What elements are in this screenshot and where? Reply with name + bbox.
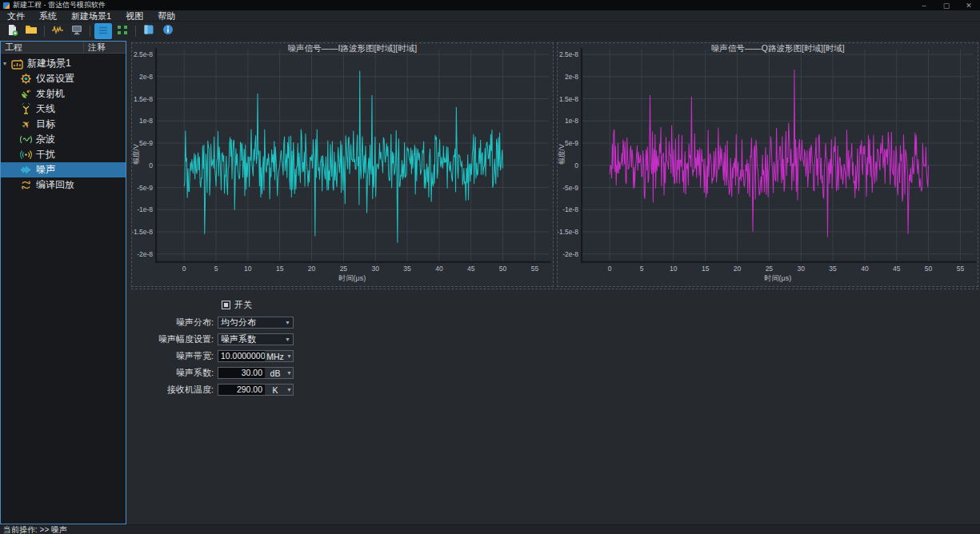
svg-text:2e-8: 2e-8 bbox=[565, 73, 578, 81]
svg-text:时间(μs): 时间(μs) bbox=[338, 274, 366, 282]
noise-figure-field[interactable]: 30.00 dB ▼ bbox=[218, 367, 294, 379]
column-comment[interactable]: 注释 bbox=[84, 42, 126, 53]
close-button[interactable]: ✕ bbox=[958, 2, 980, 10]
switch-checkbox[interactable] bbox=[222, 301, 230, 309]
maximize-button[interactable]: ▢ bbox=[935, 2, 958, 10]
tree-item-label: 杂波 bbox=[36, 133, 55, 146]
noise-bandwidth-label: 噪声带宽: bbox=[130, 350, 218, 362]
svg-text:1.5e-8: 1.5e-8 bbox=[134, 95, 153, 103]
selected-value: 噪声系数 bbox=[221, 334, 285, 345]
antenna-icon bbox=[19, 103, 32, 115]
info-icon bbox=[162, 24, 174, 38]
tree-item-clutter[interactable]: 杂波 bbox=[1, 132, 126, 147]
receiver-temperature-unit: K bbox=[265, 385, 286, 395]
tree-item-interference[interactable]: 干扰 bbox=[1, 147, 126, 162]
svg-text:5e-9: 5e-9 bbox=[139, 139, 153, 147]
clutter-icon bbox=[19, 134, 32, 145]
scene-icon bbox=[10, 58, 23, 70]
svg-text:20: 20 bbox=[308, 265, 316, 273]
receiver-temperature-field[interactable]: 290.00 K ▼ bbox=[218, 384, 294, 396]
noise-bandwidth-field[interactable]: 10.000000000 MHz ▼ bbox=[218, 350, 294, 362]
svg-text:40: 40 bbox=[861, 265, 869, 273]
new-project-button[interactable] bbox=[3, 23, 21, 39]
tree-item-antenna[interactable]: 天线 bbox=[1, 102, 126, 117]
device-button[interactable] bbox=[68, 23, 86, 39]
title-bar: 新建工程 - 雷达信号模拟软件 – ▢ ✕ bbox=[0, 0, 980, 10]
svg-text:50: 50 bbox=[924, 265, 932, 273]
svg-text:-1.5e-8: -1.5e-8 bbox=[132, 228, 153, 236]
noise-bandwidth-value[interactable]: 10.000000000 bbox=[218, 351, 265, 361]
noise-amplitude-setting-select[interactable]: 噪声系数 ▼ bbox=[218, 333, 294, 345]
tile-windows-button[interactable] bbox=[114, 23, 131, 39]
checkbox-fill bbox=[224, 303, 228, 307]
tree-item-target[interactable]: ✈ 目标 bbox=[1, 117, 126, 132]
toolbar-separator bbox=[44, 26, 45, 37]
switch-row: 开关 bbox=[218, 299, 980, 311]
menu-scene[interactable]: 新建场景1 bbox=[64, 10, 118, 22]
tree-item-transmitter[interactable]: 发射机 bbox=[1, 86, 126, 102]
app-window: 新建工程 - 雷达信号模拟软件 – ▢ ✕ 文件 系统 新建场景1 视图 帮助 bbox=[0, 0, 980, 534]
chevron-down-icon[interactable]: ▼ bbox=[286, 387, 293, 393]
app-icon bbox=[3, 2, 10, 9]
info-button[interactable] bbox=[159, 23, 177, 39]
layout-view-button[interactable] bbox=[94, 23, 112, 39]
waveform-view-button[interactable] bbox=[49, 23, 66, 39]
receiver-temperature-value[interactable]: 290.00 bbox=[218, 385, 265, 395]
svg-text:50: 50 bbox=[499, 265, 507, 273]
open-project-button[interactable] bbox=[22, 23, 40, 39]
svg-text:0: 0 bbox=[574, 161, 578, 169]
svg-text:-1e-8: -1e-8 bbox=[562, 205, 578, 213]
main-area: 2.5e-82e-81.5e-81e-85e-90-5e-9-1e-8-1.5e… bbox=[126, 41, 980, 524]
svg-text:35: 35 bbox=[829, 265, 837, 273]
svg-text:2.5e-8: 2.5e-8 bbox=[134, 50, 153, 58]
noise-figure-value[interactable]: 30.00 bbox=[218, 368, 265, 378]
menu-file[interactable]: 文件 bbox=[0, 10, 32, 22]
panel-view-button[interactable] bbox=[140, 23, 158, 39]
noise-figure-label: 噪声系数: bbox=[130, 367, 218, 379]
tree-item-label: 天线 bbox=[36, 102, 55, 116]
menu-bar: 文件 系统 新建场景1 视图 帮助 bbox=[0, 10, 980, 22]
monitor-icon bbox=[70, 24, 83, 38]
tree-item-label: 干扰 bbox=[36, 148, 55, 161]
q-channel-chart-panel: 2.5e-82e-81.5e-81e-85e-90-5e-9-1e-8-1.5e… bbox=[557, 42, 979, 287]
toolbar-separator bbox=[90, 26, 90, 37]
svg-text:-2e-8: -2e-8 bbox=[562, 250, 578, 258]
noise-distribution-row: 噪声分布: 均匀分布 ▼ bbox=[130, 317, 980, 329]
minimize-button[interactable]: – bbox=[913, 2, 935, 10]
menu-help[interactable]: 帮助 bbox=[150, 10, 182, 22]
tree-item-label: 目标 bbox=[36, 118, 55, 131]
replay-icon bbox=[19, 179, 32, 191]
svg-text:30: 30 bbox=[371, 265, 379, 273]
layout-list-icon bbox=[98, 24, 109, 38]
tree-item-noise[interactable]: 噪声 bbox=[1, 162, 126, 177]
chevron-down-icon[interactable]: ▼ bbox=[286, 353, 293, 359]
chevron-down-icon[interactable]: ▼ bbox=[286, 370, 293, 376]
tile-windows-icon bbox=[117, 24, 128, 38]
menu-system[interactable]: 系统 bbox=[32, 10, 64, 22]
svg-text:1.5e-8: 1.5e-8 bbox=[558, 95, 578, 103]
menu-view[interactable]: 视图 bbox=[118, 10, 150, 22]
collapse-caret-icon[interactable]: ▾ bbox=[3, 60, 10, 67]
svg-text:-2e-8: -2e-8 bbox=[137, 250, 153, 258]
svg-text:0: 0 bbox=[149, 161, 153, 169]
tree-item-instrument-settings[interactable]: 仪器设置 bbox=[1, 71, 126, 86]
svg-text:噪声信号——Q路波形图[时域][时域]: 噪声信号——Q路波形图[时域][时域] bbox=[710, 43, 844, 53]
column-project[interactable]: 工程 bbox=[1, 42, 84, 53]
svg-text:25: 25 bbox=[765, 265, 773, 273]
noise-figure-unit: dB bbox=[265, 369, 286, 378]
charts-row: 2.5e-82e-81.5e-81e-85e-90-5e-9-1e-8-1.5e… bbox=[130, 41, 980, 287]
noise-distribution-select[interactable]: 均匀分布 ▼ bbox=[218, 317, 294, 329]
tree-item-label: 发射机 bbox=[36, 87, 65, 101]
tree-item-compile-replay[interactable]: 编译回放 bbox=[1, 177, 126, 193]
svg-text:15: 15 bbox=[276, 265, 284, 273]
empty-space bbox=[130, 400, 980, 524]
noise-icon bbox=[19, 164, 32, 176]
target-icon: ✈ bbox=[19, 118, 32, 130]
tree-item-scene-root[interactable]: ▾ 新建场景1 bbox=[1, 56, 126, 71]
svg-text:55: 55 bbox=[956, 265, 964, 273]
svg-text:-1e-8: -1e-8 bbox=[137, 205, 153, 213]
new-file-icon bbox=[6, 24, 18, 39]
svg-text:2e-8: 2e-8 bbox=[139, 73, 153, 81]
project-tree: ▾ 新建场景1 仪器设置 发射机 天线 ✈ 目标 bbox=[1, 54, 126, 524]
receiver-temperature-row: 接收机温度: 290.00 K ▼ bbox=[130, 384, 980, 396]
